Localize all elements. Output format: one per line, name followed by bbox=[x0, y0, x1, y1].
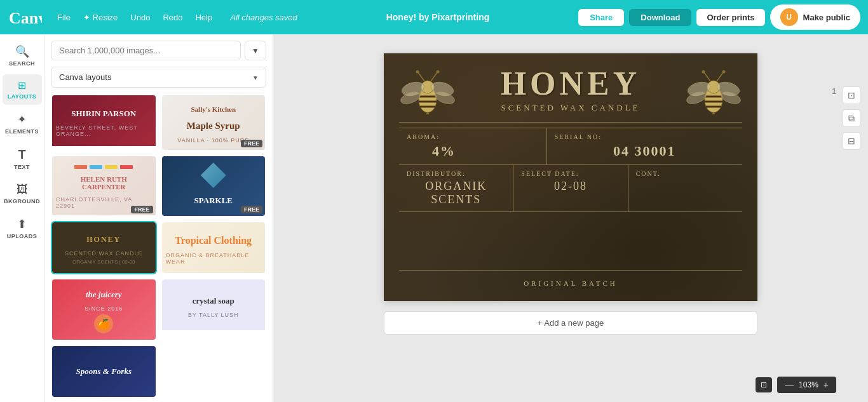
honey-bottom-row: ORIGINAL BATCH bbox=[399, 270, 742, 292]
search-dropdown-button[interactable]: ▼ bbox=[245, 41, 266, 60]
card2-badge: FREE bbox=[241, 140, 262, 147]
honey-subtitle: SCENTED WAX CANDLE bbox=[501, 103, 640, 113]
zoom-minus-button[interactable]: — bbox=[783, 380, 795, 390]
honey-row-1: AROMA: 4% SERIAL NO: 04 30001 bbox=[399, 128, 742, 164]
tool-button-3[interactable]: ⊟ bbox=[843, 132, 860, 150]
menu-help[interactable]: Help bbox=[190, 10, 217, 25]
tool-button-2[interactable]: ⧉ bbox=[843, 109, 860, 127]
serial-label: SERIAL NO: bbox=[555, 133, 735, 140]
sidebar-item-text[interactable]: T TEXT bbox=[3, 142, 42, 175]
honey-main-title: HONEY bbox=[501, 67, 641, 100]
download-button[interactable]: Download bbox=[629, 9, 691, 26]
share-button[interactable]: Share bbox=[578, 9, 624, 26]
page-number-indicator: 1 bbox=[832, 85, 836, 97]
honey-data-grid: AROMA: 4% SERIAL NO: 04 30001 DISTRIBUTO… bbox=[399, 128, 742, 270]
sidebar-layouts-label: LAYOUTS bbox=[8, 93, 37, 100]
template-card-9[interactable]: Spoons & Forks bbox=[51, 345, 157, 398]
card7-fruit-icon: 🍊 bbox=[94, 314, 113, 333]
template-card-1[interactable]: SHIRIN PARSON Beverly Street, West Orang… bbox=[51, 94, 157, 151]
present-button[interactable]: ⊡ bbox=[756, 377, 772, 392]
canvas-page[interactable]: HONEY SCENTED WAX CANDLE bbox=[384, 53, 757, 301]
tool-button-1[interactable]: ⊡ bbox=[843, 86, 860, 104]
honey-footer-text: ORIGINAL BATCH bbox=[524, 279, 618, 287]
svg-text:Canva: Canva bbox=[9, 9, 42, 27]
bottom-controls: ⊡ — 103% + bbox=[756, 377, 836, 393]
sidebar-icons: 🔍 SEARCH ⊞ LAYOUTS ✦ ELEMENTS T TEXT 🖼 B… bbox=[0, 34, 44, 402]
menu-undo[interactable]: Undo bbox=[125, 10, 155, 25]
honey-cell-distributor: DISTRIBUTOR: ORGANIK SCENTS bbox=[399, 165, 513, 211]
topbar-center: Honey! by Pixartprinting bbox=[302, 12, 573, 22]
honey-cell-aroma: AROMA: 4% bbox=[399, 128, 547, 164]
order-prints-button[interactable]: Order prints bbox=[696, 9, 764, 26]
sidebar-item-search[interactable]: 🔍 SEARCH bbox=[3, 39, 42, 72]
template-card-5[interactable]: HONEY SCENTED WAX CANDLE ORGANIK SCENTS … bbox=[51, 221, 157, 274]
card6-sub: ORGANIC & BREATHABLE WEAR bbox=[166, 252, 262, 265]
zoom-plus-button[interactable]: + bbox=[822, 380, 830, 390]
sidebar-search-label: SEARCH bbox=[9, 60, 35, 67]
sidebar-text-label: TEXT bbox=[14, 164, 30, 170]
layout-dropdown[interactable]: Canva layouts My layouts Free layouts bbox=[51, 67, 266, 88]
aroma-label: AROMA: bbox=[407, 133, 539, 140]
honey-cell-serial: SERIAL NO: 04 30001 bbox=[547, 128, 742, 164]
sidebar-background-label: BKGROUND bbox=[4, 198, 40, 204]
card3-badge: FREE bbox=[131, 206, 153, 213]
layouts-icon: ⊞ bbox=[18, 79, 26, 91]
elements-icon: ✦ bbox=[17, 112, 27, 126]
card5-detail: ORGANIK SCENTS | 02-08 bbox=[72, 259, 135, 265]
template-card-3[interactable]: HELEN RUTH CARPENTER Charlottesville, VA… bbox=[51, 155, 157, 217]
template-card-4[interactable]: SPARKLE FREE bbox=[161, 155, 267, 217]
sidebar-item-elements[interactable]: ✦ ELEMENTS bbox=[3, 107, 42, 140]
card4-badge: FREE bbox=[241, 206, 262, 213]
project-name: Honey! by Pixartprinting bbox=[386, 12, 490, 22]
text-icon: T bbox=[18, 147, 25, 162]
svg-line-22 bbox=[717, 72, 723, 81]
svg-line-6 bbox=[418, 72, 424, 81]
menu-redo[interactable]: Redo bbox=[158, 10, 187, 25]
sidebar-item-uploads[interactable]: ⬆ UPLOADS bbox=[3, 212, 42, 245]
make-public-button[interactable]: U Make public bbox=[770, 4, 860, 30]
search-input[interactable] bbox=[51, 41, 241, 60]
zoom-control: — 103% + bbox=[777, 377, 836, 393]
template-card-2[interactable]: Sally's Kitchen Maple Syrup VANILLA · 10… bbox=[161, 94, 267, 151]
sidebar-elements-label: ELEMENTS bbox=[5, 128, 39, 135]
svg-point-21 bbox=[702, 70, 705, 74]
card2-label: Sally's Kitchen bbox=[187, 102, 240, 117]
card7-sub: SINCE 2016 bbox=[85, 305, 123, 312]
card1-sub: Beverly Street, West Orange... bbox=[56, 124, 152, 137]
topbar-actions: Share Download Order prints U Make publi… bbox=[578, 4, 860, 30]
search-row: ▼ bbox=[51, 41, 266, 60]
template-card-6[interactable]: Tropical Clothing ORGANIC & BREATHABLE W… bbox=[161, 221, 267, 274]
svg-point-7 bbox=[416, 70, 419, 74]
card8-sub: by Tally Lush bbox=[188, 312, 239, 318]
card6-label: Tropical Clothing bbox=[171, 231, 255, 250]
sidebar-item-background[interactable]: 🖼 BKGROUND bbox=[3, 178, 42, 210]
template-grid: SHIRIN PARSON Beverly Street, West Orang… bbox=[51, 94, 266, 398]
template-card-7[interactable]: the juicery SINCE 2016 🍊 bbox=[51, 278, 157, 341]
canva-logo[interactable]: Canva bbox=[8, 6, 42, 29]
card2-sub: VANILLA · 100% PURE bbox=[177, 137, 249, 144]
card1-label: SHIRIN PARSON bbox=[67, 105, 140, 123]
bee-left-illustration bbox=[399, 65, 456, 116]
right-sidebar-tools: ⊡ ⧉ ⊟ bbox=[840, 79, 863, 150]
card2-title: Maple Syrup bbox=[183, 117, 244, 135]
menu-file[interactable]: File bbox=[52, 10, 76, 25]
sidebar-item-layouts[interactable]: ⊞ LAYOUTS bbox=[3, 74, 42, 105]
honey-header: HONEY SCENTED WAX CANDLE bbox=[399, 65, 742, 116]
card4-label: SPARKLE bbox=[191, 192, 236, 210]
template-card-8[interactable]: crystal soap by Tally Lush bbox=[161, 278, 267, 341]
search-icon: 🔍 bbox=[15, 44, 29, 58]
honey-title-block: HONEY SCENTED WAX CANDLE bbox=[463, 67, 679, 113]
uploads-icon: ⬆ bbox=[17, 217, 27, 231]
zoom-level-display: 103% bbox=[799, 380, 818, 389]
add-page-button[interactable]: + Add a new page bbox=[384, 311, 757, 335]
menu-resize[interactable]: ✦ Resize bbox=[78, 10, 123, 25]
cont-label: CONT. bbox=[636, 170, 735, 177]
topbar-menu: File ✦ Resize Undo Redo Help bbox=[52, 10, 217, 25]
layout-dropdown-row: Canva layouts My layouts Free layouts bbox=[51, 67, 266, 88]
card5-label: HONEY bbox=[83, 231, 125, 248]
distributor-label: DISTRIBUTOR: bbox=[407, 170, 505, 177]
topbar: Canva File ✦ Resize Undo Redo Help All c… bbox=[0, 0, 868, 34]
select-date-label: SELECT DATE: bbox=[521, 170, 620, 177]
left-panel: ▼ Canva layouts My layouts Free layouts … bbox=[44, 34, 273, 402]
svg-point-23 bbox=[722, 70, 726, 74]
